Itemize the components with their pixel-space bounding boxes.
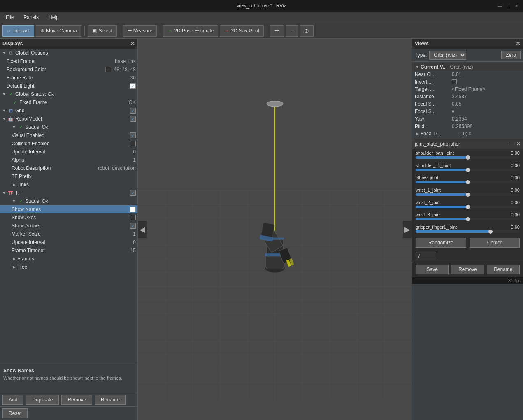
displays-close-icon[interactable]: ✕ <box>130 40 135 47</box>
jsp-num-input[interactable] <box>416 252 436 260</box>
show-arrows-row[interactable]: Show Arrows <box>0 222 137 230</box>
current-view-header[interactable]: Current V... Orbit (rviz) <box>412 63 523 71</box>
pitch-row[interactable]: Pitch 0.265398 <box>412 123 523 130</box>
joint-name-6: gripper_finger1_joint <box>416 225 457 230</box>
maximize-button[interactable]: □ <box>505 2 511 9</box>
visual-enabled-checkbox[interactable] <box>130 132 136 138</box>
robotmodel-status-row[interactable]: ✓ Status: Ok <box>0 123 137 131</box>
global-options-row[interactable]: ⚙ Global Options <box>0 49 137 57</box>
tf-status-row[interactable]: ✓ Status: Ok <box>0 197 137 205</box>
tf-update-interval-row[interactable]: Update Interval 0 <box>0 238 137 246</box>
alpha-label: Alpha <box>12 157 131 163</box>
jsp-minimize-icon[interactable]: — <box>510 141 515 147</box>
joint-slider-thumb-5 <box>466 217 470 221</box>
fixed-frame-ok-row[interactable]: ✓ Fixed Frame OK <box>0 98 137 107</box>
minus-button[interactable]: − <box>286 25 298 37</box>
near-clip-row[interactable]: Near Cl... 0.01 <box>412 71 523 78</box>
robotmodel-checkbox[interactable] <box>130 116 136 122</box>
nav-goal-button[interactable]: → 2D Nav Goal <box>220 25 264 37</box>
default-light-row[interactable]: Default Light <box>0 82 137 90</box>
joint-slider-track-0[interactable] <box>416 156 520 159</box>
joint-state-publisher-panel: joint_state_publisher — ✕ shoulder_pan_j… <box>412 139 523 277</box>
nav-left-arrow[interactable]: ◀ <box>138 221 147 238</box>
duplicate-button[interactable]: Duplicate <box>26 395 59 405</box>
frame-rate-row[interactable]: Frame Rate 30 <box>0 74 137 82</box>
collision-enabled-row[interactable]: Collision Enabled <box>0 139 137 148</box>
remove-button[interactable]: Remove <box>61 395 92 405</box>
pose-icon: → <box>167 28 172 34</box>
reset-button[interactable]: Reset <box>2 408 28 418</box>
center-button[interactable]: Center <box>470 238 520 248</box>
marker-scale-row[interactable]: Marker Scale 1 <box>0 230 137 238</box>
menu-panels[interactable]: Panels <box>21 14 41 21</box>
show-axes-row[interactable]: Show Axes <box>0 213 137 222</box>
nav-right-arrow[interactable]: ▶ <box>403 221 412 238</box>
tf-prefix-row[interactable]: TF Prefix <box>0 172 137 181</box>
tf-checkbox[interactable] <box>130 190 136 196</box>
robotmodel-row[interactable]: 🤖 RobotModel <box>0 115 137 123</box>
joint-value-2: 0.00 <box>511 175 520 180</box>
viewport[interactable]: ◀ ▶ <box>138 39 412 420</box>
views-type-select[interactable]: Orbit (rviz) <box>429 51 466 60</box>
yaw-row[interactable]: Yaw 0.2354 <box>412 115 523 123</box>
background-color-row[interactable]: Background Color 48; 48; 48 <box>0 65 137 74</box>
jsp-rename-button[interactable]: Rename <box>487 265 520 274</box>
frame-timeout-row[interactable]: Frame Timeout 15 <box>0 246 137 255</box>
alpha-row[interactable]: Alpha 1 <box>0 156 137 164</box>
invert-checkbox[interactable] <box>452 79 457 84</box>
views-close-icon[interactable]: ✕ <box>516 40 521 47</box>
target-row[interactable]: Target ... <Fixed Frame> <box>412 86 523 93</box>
visual-enabled-row[interactable]: Visual Enabled <box>0 131 137 139</box>
collision-enabled-checkbox[interactable] <box>130 141 136 146</box>
displays-panel: Displays ✕ ⚙ Global Options Fixed Frame … <box>0 39 138 420</box>
frame-rate-label: Frame Rate <box>7 75 129 81</box>
joint-slider-track-4[interactable] <box>416 206 520 208</box>
fixed-frame-row[interactable]: Fixed Frame base_link <box>0 57 137 65</box>
move-camera-button[interactable]: ⊕ Move Camera <box>36 25 81 37</box>
joint-slider-track-3[interactable] <box>416 193 520 196</box>
focal-point-row[interactable]: Focal P... 0; 0; 0 <box>412 130 523 137</box>
close-button[interactable]: ✕ <box>513 2 520 9</box>
joint-slider-fill-5 <box>416 218 468 220</box>
jsp-save-button[interactable]: Save <box>416 265 449 274</box>
zero-button[interactable]: Zero <box>501 51 521 59</box>
randomize-button[interactable]: Randomize <box>416 238 466 248</box>
joint-slider-track-6[interactable] <box>416 230 520 233</box>
select-button[interactable]: ▣ Select <box>88 25 116 37</box>
focal-scale-row[interactable]: Focal S... 0.05 <box>412 100 523 108</box>
jsp-close-icon[interactable]: ✕ <box>516 141 521 147</box>
menu-file[interactable]: File <box>3 14 16 21</box>
show-arrows-checkbox[interactable] <box>130 223 136 229</box>
plus-button[interactable]: ✛ <box>270 25 284 37</box>
grid-checkbox[interactable] <box>130 108 136 114</box>
interact-button[interactable]: ☞ Interact <box>2 25 34 37</box>
add-button[interactable]: Add <box>2 395 23 405</box>
joint-slider-track-1[interactable] <box>416 169 520 171</box>
jsp-remove-button[interactable]: Remove <box>451 265 484 274</box>
default-light-checkbox[interactable] <box>130 83 136 89</box>
update-interval-row[interactable]: Update Interval 0 <box>0 148 137 156</box>
frames-row[interactable]: Frames <box>0 255 137 263</box>
global-status-row[interactable]: ✓ Global Status: Ok <box>0 90 137 98</box>
invert-row[interactable]: Invert ... <box>412 78 523 86</box>
rename-button[interactable]: Rename <box>95 395 126 405</box>
distance-row[interactable]: Distance 3.4587 <box>412 93 523 100</box>
robot-description-row[interactable]: Robot Description robot_description <box>0 164 137 172</box>
tree-item-row[interactable]: Tree <box>0 263 137 271</box>
target-button[interactable]: ⊙ <box>300 25 314 37</box>
grid-row[interactable]: ⊞ Grid <box>0 107 137 115</box>
menu-help[interactable]: Help <box>46 14 61 21</box>
main-area: Displays ✕ ⚙ Global Options Fixed Frame … <box>0 39 523 420</box>
measure-button[interactable]: ⊢ Measure <box>123 25 157 37</box>
joint-slider-track-2[interactable] <box>416 181 520 183</box>
show-axes-checkbox[interactable] <box>130 215 136 220</box>
fixed-frame-label: Fixed Frame <box>7 58 113 64</box>
show-names-row[interactable]: Show Names <box>0 205 137 213</box>
focal-scale2-row[interactable]: Focal S... v <box>412 108 523 115</box>
links-row[interactable]: Links <box>0 181 137 189</box>
minimize-button[interactable]: — <box>497 2 503 9</box>
show-names-checkbox[interactable] <box>130 207 136 212</box>
pose-estimate-button[interactable]: → 2D Pose Estimate <box>163 25 218 37</box>
tf-row[interactable]: TF TF <box>0 189 137 197</box>
joint-slider-track-5[interactable] <box>416 218 520 220</box>
